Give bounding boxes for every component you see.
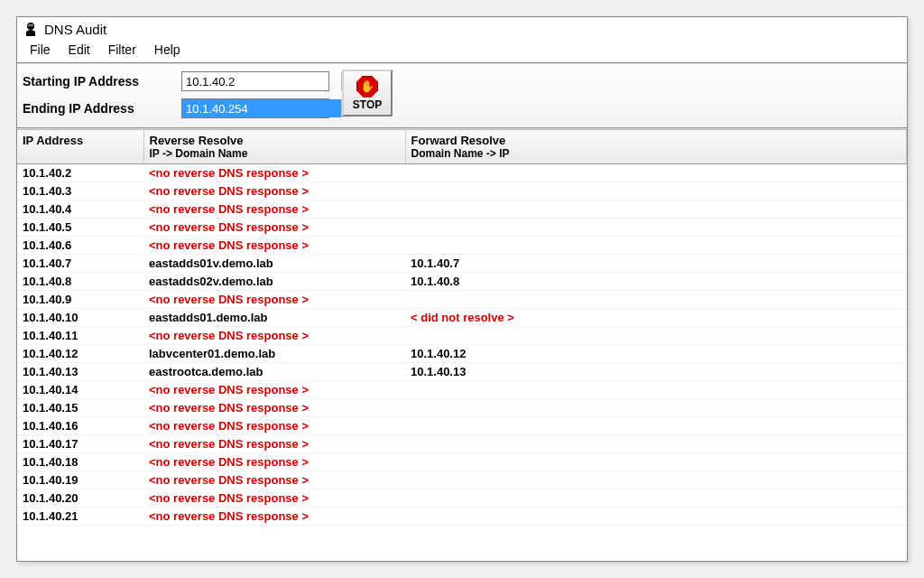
menu-edit[interactable]: Edit bbox=[61, 41, 97, 59]
start-ip-label: Starting IP Address bbox=[23, 74, 176, 89]
table-row[interactable]: 10.1.40.11<no reverse DNS response > bbox=[17, 327, 907, 345]
svg-point-3 bbox=[29, 25, 30, 26]
cell-reverse: eastrootca.demo.lab bbox=[143, 363, 405, 381]
cell-forward: 10.1.40.13 bbox=[405, 363, 907, 381]
cell-reverse: <no reverse DNS response > bbox=[143, 381, 405, 399]
start-ip-input[interactable] bbox=[182, 72, 341, 90]
cell-reverse: <no reverse DNS response > bbox=[143, 291, 405, 309]
table-row[interactable]: 10.1.40.19<no reverse DNS response > bbox=[17, 471, 907, 489]
cell-reverse: <no reverse DNS response > bbox=[143, 164, 405, 182]
window-title: DNS Audit bbox=[44, 22, 106, 37]
cell-forward bbox=[405, 417, 907, 435]
cell-forward bbox=[405, 489, 907, 508]
results-table: IP Address Reverse Resolve IP -> Domain … bbox=[17, 129, 907, 526]
table-row[interactable]: 10.1.40.6<no reverse DNS response > bbox=[17, 237, 907, 255]
cell-forward: 10.1.40.7 bbox=[405, 255, 907, 273]
cell-forward bbox=[405, 327, 907, 345]
stop-button-label: STOP bbox=[353, 98, 382, 111]
cell-reverse: <no reverse DNS response > bbox=[143, 435, 405, 453]
cell-forward bbox=[405, 381, 907, 399]
table-row[interactable]: 10.1.40.2<no reverse DNS response > bbox=[17, 164, 907, 182]
cell-reverse: <no reverse DNS response > bbox=[143, 327, 405, 345]
cell-forward bbox=[405, 471, 907, 489]
table-row[interactable]: 10.1.40.13eastrootca.demo.lab10.1.40.13 bbox=[17, 363, 907, 381]
cell-reverse: <no reverse DNS response > bbox=[143, 182, 405, 200]
table-row[interactable]: 10.1.40.8eastadds02v.demo.lab10.1.40.8 bbox=[17, 273, 907, 291]
cell-reverse: eastadds01.demo.lab bbox=[143, 309, 405, 327]
cell-reverse: labvcenter01.demo.lab bbox=[143, 345, 405, 363]
results-table-wrap[interactable]: IP Address Reverse Resolve IP -> Domain … bbox=[17, 129, 907, 561]
cell-reverse: eastadds02v.demo.lab bbox=[143, 273, 405, 291]
cell-ip: 10.1.40.10 bbox=[17, 309, 143, 327]
menubar: File Edit Filter Help bbox=[17, 39, 907, 64]
cell-ip: 10.1.40.21 bbox=[17, 508, 143, 526]
table-row[interactable]: 10.1.40.21<no reverse DNS response > bbox=[17, 508, 907, 526]
col-header-reverse[interactable]: Reverse Resolve IP -> Domain Name bbox=[143, 130, 405, 164]
cell-forward bbox=[405, 399, 907, 417]
svg-point-4 bbox=[32, 25, 32, 26]
cell-reverse: <no reverse DNS response > bbox=[143, 489, 405, 508]
cell-ip: 10.1.40.18 bbox=[17, 453, 143, 471]
toolbar: Starting IP Address ▼ Ending IP Address … bbox=[17, 64, 907, 129]
table-row[interactable]: 10.1.40.16<no reverse DNS response > bbox=[17, 417, 907, 435]
table-row[interactable]: 10.1.40.7eastadds01v.demo.lab10.1.40.7 bbox=[17, 255, 907, 273]
cell-ip: 10.1.40.5 bbox=[17, 219, 143, 237]
table-row[interactable]: 10.1.40.17<no reverse DNS response > bbox=[17, 435, 907, 453]
cell-ip: 10.1.40.9 bbox=[17, 291, 143, 309]
menu-filter[interactable]: Filter bbox=[101, 41, 143, 59]
cell-ip: 10.1.40.2 bbox=[17, 164, 143, 182]
table-row[interactable]: 10.1.40.5<no reverse DNS response > bbox=[17, 219, 907, 237]
cell-reverse: <no reverse DNS response > bbox=[143, 219, 405, 237]
cell-ip: 10.1.40.19 bbox=[17, 471, 143, 489]
cell-ip: 10.1.40.17 bbox=[17, 435, 143, 453]
cell-forward bbox=[405, 219, 907, 237]
table-row[interactable]: 10.1.40.4<no reverse DNS response > bbox=[17, 200, 907, 219]
table-row[interactable]: 10.1.40.20<no reverse DNS response > bbox=[17, 489, 907, 508]
cell-forward bbox=[405, 164, 907, 182]
cell-ip: 10.1.40.14 bbox=[17, 381, 143, 399]
table-row[interactable]: 10.1.40.10eastadds01.demo.lab< did not r… bbox=[17, 309, 907, 327]
table-row[interactable]: 10.1.40.14<no reverse DNS response > bbox=[17, 381, 907, 399]
col-header-forward[interactable]: Forward Resolve Domain Name -> IP bbox=[405, 130, 907, 164]
cell-reverse: eastadds01v.demo.lab bbox=[143, 255, 405, 273]
col-header-ip[interactable]: IP Address bbox=[17, 130, 143, 164]
cell-ip: 10.1.40.15 bbox=[17, 399, 143, 417]
end-ip-input[interactable] bbox=[182, 99, 341, 117]
end-ip-label: Ending IP Address bbox=[23, 101, 176, 116]
cell-reverse: <no reverse DNS response > bbox=[143, 399, 405, 417]
table-row[interactable]: 10.1.40.15<no reverse DNS response > bbox=[17, 399, 907, 417]
cell-forward bbox=[405, 453, 907, 471]
cell-ip: 10.1.40.20 bbox=[17, 489, 143, 508]
cell-ip: 10.1.40.6 bbox=[17, 237, 143, 255]
cell-ip: 10.1.40.4 bbox=[17, 200, 143, 219]
cell-reverse: <no reverse DNS response > bbox=[143, 453, 405, 471]
app-icon bbox=[23, 21, 39, 37]
cell-ip: 10.1.40.13 bbox=[17, 363, 143, 381]
table-row[interactable]: 10.1.40.9<no reverse DNS response > bbox=[17, 291, 907, 309]
titlebar: DNS Audit bbox=[17, 17, 907, 39]
cell-forward: 10.1.40.12 bbox=[405, 345, 907, 363]
cell-forward: < did not resolve > bbox=[405, 309, 907, 327]
stop-button[interactable]: ✋ STOP bbox=[342, 70, 393, 117]
cell-reverse: <no reverse DNS response > bbox=[143, 471, 405, 489]
table-row[interactable]: 10.1.40.18<no reverse DNS response > bbox=[17, 453, 907, 471]
start-ip-combo[interactable]: ▼ bbox=[181, 71, 329, 91]
svg-point-0 bbox=[27, 23, 34, 30]
cell-ip: 10.1.40.3 bbox=[17, 182, 143, 200]
cell-ip: 10.1.40.12 bbox=[17, 345, 143, 363]
cell-ip: 10.1.40.8 bbox=[17, 273, 143, 291]
table-row[interactable]: 10.1.40.12labvcenter01.demo.lab10.1.40.1… bbox=[17, 345, 907, 363]
cell-forward bbox=[405, 200, 907, 219]
cell-forward bbox=[405, 291, 907, 309]
cell-reverse: <no reverse DNS response > bbox=[143, 508, 405, 526]
cell-forward bbox=[405, 237, 907, 255]
cell-forward bbox=[405, 435, 907, 453]
app-window: DNS Audit File Edit Filter Help Starting… bbox=[16, 16, 908, 562]
menu-file[interactable]: File bbox=[23, 41, 58, 59]
stop-icon: ✋ bbox=[356, 76, 378, 98]
table-row[interactable]: 10.1.40.3<no reverse DNS response > bbox=[17, 182, 907, 200]
end-ip-combo[interactable]: ▼ bbox=[181, 98, 329, 118]
menu-help[interactable]: Help bbox=[147, 41, 188, 59]
cell-reverse: <no reverse DNS response > bbox=[143, 417, 405, 435]
cell-reverse: <no reverse DNS response > bbox=[143, 237, 405, 255]
